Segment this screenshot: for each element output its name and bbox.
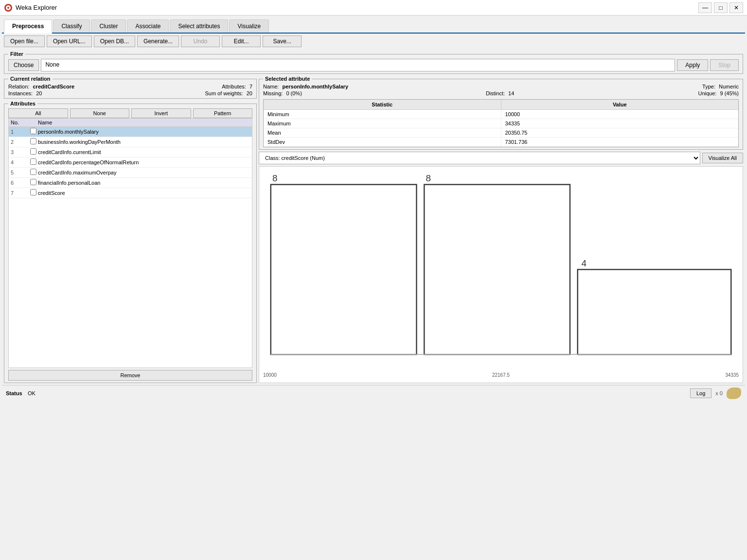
tab-bar: Preprocess Classify Cluster Associate Se… [2,18,745,34]
app-icon [4,3,13,12]
weka-icon [727,387,741,399]
attr-table-header: No. Name [9,119,252,127]
attr-unique-key: Unique: [698,90,716,96]
stat-maximum-value: 34335 [501,119,739,128]
edit-button[interactable]: Edit... [222,35,261,47]
sum-weights-value: 20 [247,90,252,96]
hist-label-mid: 22167.5 [492,372,510,378]
selected-attribute-box: Selected attribute Name: personInfo.mont… [259,76,743,150]
filter-row: Choose None Apply Stop [8,59,739,71]
invert-button[interactable]: Invert [131,108,191,118]
histogram-svg: 8 8 4 [263,171,739,371]
attributes-title: Attributes [8,101,37,106]
none-button[interactable]: None [70,108,130,118]
attr-row-2[interactable]: 2 businessInfo.workingDayPerMonth [9,137,252,147]
attr-row-4[interactable]: 4 creditCardInfo.percentageOfNormalRetur… [9,158,252,168]
col-name-header: Name [38,120,250,125]
selected-attr-stats-row: Missing: 0 (0%) Distinct: 14 Unique: 9 (… [263,90,739,96]
tab-select-attributes[interactable]: Select attributes [170,19,228,33]
attr-row-1[interactable]: 1 personInfo.monthlySalary [9,127,252,137]
status-bar: Status OK Log x 0 [2,385,745,401]
minimize-button[interactable]: — [698,2,712,13]
attributes-value: 7 [249,84,252,89]
attr-buttons: All None Invert Pattern [8,108,252,118]
log-button[interactable]: Log [690,388,711,398]
stat-minimum-label: Minimum [264,110,501,119]
current-relation-title: Current relation [8,76,53,82]
two-col-layout: Current relation Relation: creditCardSco… [4,76,743,383]
attr-unique-val: 9 (45%) [720,90,739,96]
attr-name-key: Name: [263,84,279,89]
all-button[interactable]: All [8,108,68,118]
filter-choose-button[interactable]: Choose [8,59,39,71]
svg-text:8: 8 [426,173,431,183]
save-button[interactable]: Save... [263,35,302,47]
generate-button[interactable]: Generate... [137,35,179,47]
instances-row: Instances: 20 Sum of weights: 20 [8,90,252,96]
tab-associate[interactable]: Associate [127,19,169,33]
open-db-button[interactable]: Open DB... [94,35,135,47]
attributes-table: No. Name 1 personInfo.monthlySalary 2 [8,118,252,368]
attr-row-6[interactable]: 6 financialInfo.personalLoan [9,178,252,188]
main-container: Preprocess Classify Cluster Associate Se… [0,16,747,403]
right-panel: Selected attribute Name: personInfo.mont… [259,76,743,383]
svg-rect-4 [271,185,417,355]
filter-value: None [41,59,675,71]
stat-minimum-value: 10000 [501,110,739,119]
tab-classify[interactable]: Classify [53,19,90,33]
attr-checkbox-3[interactable] [30,148,36,155]
class-row: Class: creditScore (Num) Visualize All [259,152,743,164]
undo-button[interactable]: Undo [181,35,220,47]
selected-attribute-title: Selected attribute [263,76,312,82]
histogram-labels: 10000 22167.5 34335 [263,371,739,379]
filter-section: Filter Choose None Apply Stop [4,51,743,74]
svg-text:8: 8 [272,173,278,183]
window-controls: — □ ✕ [698,2,743,13]
title-bar: Weka Explorer — □ ✕ [0,0,747,16]
attr-missing-val: 0 (0%) [286,90,302,96]
stats-row-stddev: StdDev 7301.736 [264,138,738,147]
tab-cluster[interactable]: Cluster [91,19,126,33]
stat-maximum-label: Maximum [264,119,501,128]
pattern-button[interactable]: Pattern [193,108,253,118]
toolbar: Open file... Open URL... Open DB... Gene… [2,34,745,49]
attr-checkbox-1[interactable] [30,128,36,134]
filter-apply-button[interactable]: Apply [677,59,708,71]
open-url-button[interactable]: Open URL... [47,35,92,47]
col-no-header: No. [11,120,30,125]
window-title: Weka Explorer [16,4,698,11]
visualize-all-button[interactable]: Visualize All [702,153,744,163]
attr-row-5[interactable]: 5 creditCardInfo.maximumOverpay [9,168,252,178]
attr-row-3[interactable]: 3 creditCardInfo.currentLimit [9,147,252,158]
attr-checkbox-7[interactable] [30,189,36,195]
remove-button[interactable]: Remove [8,370,252,381]
attr-type-val: Numeric [719,84,739,89]
class-dropdown[interactable]: Class: creditScore (Num) [259,152,700,164]
attr-checkbox-2[interactable] [30,138,36,144]
relation-value: creditCardScore [33,84,74,89]
attr-checkbox-6[interactable] [30,179,36,185]
current-relation-box: Current relation Relation: creditCardSco… [4,76,257,99]
status-left: Status OK [6,390,36,397]
hist-label-max: 34335 [725,372,739,378]
status-value: OK [28,390,36,396]
attributes-info: Attributes: 7 [222,84,252,89]
tab-visualize[interactable]: Visualize [229,19,269,33]
open-file-button[interactable]: Open file... [4,35,45,47]
stats-col-value: Value [501,100,739,109]
content-area: Filter Choose None Apply Stop Current re… [2,49,745,385]
filter-stop-button[interactable]: Stop [710,59,739,71]
tab-preprocess[interactable]: Preprocess [4,19,52,34]
attr-name-val: personInfo.monthlySalary [282,84,348,89]
attributes-box: Attributes All None Invert Pattern No. N… [4,101,257,383]
maximize-button[interactable]: □ [714,2,728,13]
stats-row-mean: Mean 20350.75 [264,128,738,138]
attr-checkbox-5[interactable] [30,169,36,175]
close-button[interactable]: ✕ [729,2,743,13]
attr-checkbox-4[interactable] [30,158,36,165]
attr-distinct-key: Distinct: [486,90,505,96]
attr-row-7[interactable]: 7 creditScore [9,188,252,198]
stats-col-statistic: Statistic [264,100,501,109]
histogram-box: 8 8 4 10000 [259,166,743,383]
instances-info: Instances: 20 [8,90,42,96]
